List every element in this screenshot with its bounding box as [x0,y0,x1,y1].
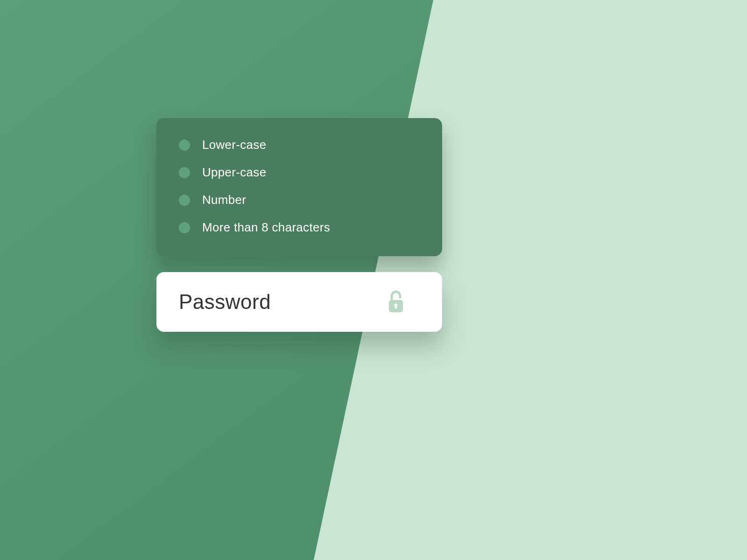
requirement-label: Number [202,193,246,207]
requirement-item: Lower-case [179,138,420,152]
requirement-label: More than 8 characters [202,220,330,235]
svg-rect-2 [395,306,397,309]
requirement-item: More than 8 characters [179,220,420,235]
bullet-icon [179,222,190,233]
bullet-icon [179,140,190,151]
requirements-card: Lower-case Upper-case Number More than 8… [156,118,442,256]
password-widget: Lower-case Upper-case Number More than 8… [156,118,442,332]
password-input[interactable]: Password [156,272,442,332]
unlock-icon [386,290,406,314]
bullet-icon [179,167,190,178]
bullet-icon [179,195,190,206]
password-placeholder: Password [179,290,271,314]
requirement-label: Upper-case [202,165,266,180]
requirement-item: Number [179,193,420,207]
requirement-item: Upper-case [179,165,420,180]
requirement-label: Lower-case [202,138,266,152]
